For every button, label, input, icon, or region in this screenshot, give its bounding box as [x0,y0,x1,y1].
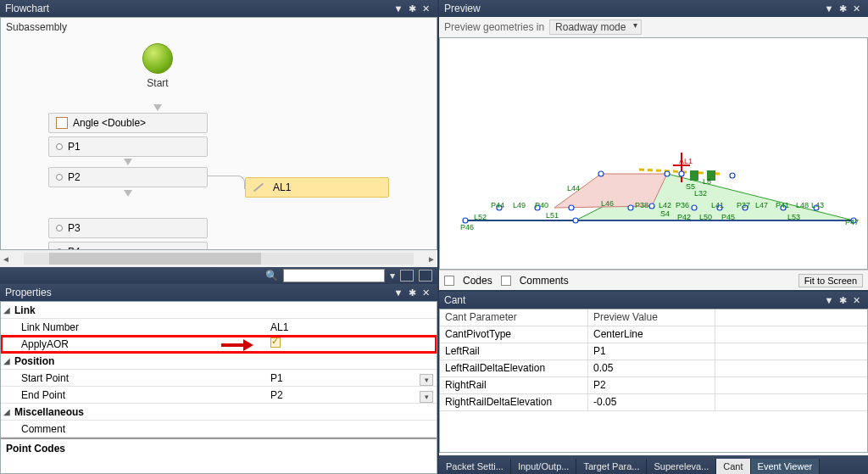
scroll-right-icon[interactable]: ► [426,254,437,264]
svg-text:P38: P38 [635,201,648,209]
cant-value[interactable]: -0.05 [588,394,715,410]
tab-packet-settings[interactable]: Packet Setti... [439,459,511,474]
codes-checkbox[interactable] [444,276,454,286]
cant-value[interactable]: P1 [588,343,715,360]
dropdown-icon[interactable]: ▼ [822,3,836,14]
flowchart-h-scrollbar[interactable]: ◄ ► [0,250,437,267]
close-icon[interactable]: ✕ [419,3,432,14]
cant-name: CantPivotType [440,326,588,343]
cant-value[interactable]: CenterLine [588,326,715,343]
start-circle-icon [142,43,173,74]
flowchart-canvas[interactable]: Subassembly Start Angle <Double> P1 P2 A… [0,17,437,250]
collapse-caret-icon[interactable]: ◢ [1,356,13,365]
svg-text:L46: L46 [601,199,614,208]
tab-superelevation[interactable]: Supereleva... [647,459,716,474]
row-end-point[interactable]: End Point P2▾ [1,387,437,404]
tab-cant[interactable]: Cant [716,459,750,474]
p4-node[interactable]: P4 [48,242,208,250]
cant-header: Cant ▼ ✱ ✕ [439,292,868,309]
dropdown-icon[interactable]: ▼ [392,287,405,298]
angle-node[interactable]: Angle <Double> [48,113,208,133]
preview-mode-select[interactable]: Roadway mode [549,20,642,35]
row-start-point[interactable]: Start Point P1▾ [1,370,437,387]
al1-node[interactable]: AL1 [245,177,389,198]
preview-canvas[interactable]: AL1 P46 L52 P44 L49 P40 L44 L51 L46 P38 … [439,37,868,270]
p3-node[interactable]: P3 [48,218,208,238]
table-row[interactable]: LeftRail P1 [440,343,867,360]
pin-icon[interactable]: ✱ [836,295,849,306]
port-icon [56,225,63,231]
row-comment[interactable]: Comment [1,421,437,438]
p1-node[interactable]: P1 [48,137,208,157]
tab-target-params[interactable]: Target Para... [576,459,647,474]
table-row[interactable]: LeftRailDeltaElevation 0.05 [440,360,867,377]
flowchart-search-input[interactable] [283,269,385,282]
cant-col1-header: Cant Parameter [440,309,588,326]
start-node[interactable]: Start [128,43,187,89]
port-icon [56,143,63,150]
close-icon[interactable]: ✕ [849,3,863,14]
end-point-value[interactable]: P2▾ [267,389,437,401]
dropdown-icon[interactable]: ▼ [392,3,405,14]
table-row[interactable]: RightRail P2 [440,377,867,394]
group-position[interactable]: ◢ Position [1,353,437,370]
group-misc-label: Miscellaneous [13,406,267,418]
svg-text:P42: P42 [677,213,691,221]
comments-checkbox[interactable] [501,276,511,286]
p2-node[interactable]: P2 [48,167,208,187]
group-misc[interactable]: ◢ Miscellaneous [1,404,437,421]
pin-icon[interactable]: ✱ [836,3,849,14]
chevron-down-icon[interactable]: ▾ [420,374,433,386]
svg-text:P47: P47 [845,218,859,226]
connector-line [208,176,245,189]
collapse-caret-icon[interactable]: ◢ [1,305,13,315]
tab-event-viewer[interactable]: Event Viewer [751,459,821,474]
cant-header-row: Cant Parameter Preview Value [440,309,867,326]
preview-title: Preview [444,3,822,14]
svg-text:P37: P37 [737,201,750,209]
svg-text:L42: L42 [659,201,671,209]
row-link-number[interactable]: Link Number AL1 [1,319,437,336]
close-icon[interactable]: ✕ [419,287,432,298]
flowchart-title: Flowchart [5,3,392,14]
link-number-value[interactable]: AL1 [267,321,437,333]
p1-label: P1 [68,141,81,153]
comment-label: Comment [13,423,267,435]
link-number-label: Link Number [13,321,267,333]
table-row[interactable]: RightRailDeltaElevation -0.05 [440,394,867,411]
fit-to-screen-button[interactable]: Fit to Screen [798,274,863,287]
tab-input-output[interactable]: Input/Outp... [511,459,577,474]
scroll-track[interactable] [24,253,414,265]
collapse-caret-icon[interactable]: ◢ [1,407,13,416]
cant-grid: Cant Parameter Preview Value CantPivotTy… [439,309,868,453]
search-icon[interactable]: 🔍 [264,270,278,282]
svg-point-12 [598,171,604,176]
svg-text:L41: L41 [711,201,724,209]
dropdown-icon[interactable]: ▾ [390,270,395,282]
row-apply-aor[interactable]: ApplyAOR [1,336,437,353]
pin-icon[interactable]: ✱ [405,287,419,298]
checkbox-checked-icon[interactable] [270,337,281,348]
scroll-left-icon[interactable]: ◄ [0,254,12,264]
properties-title: Properties [5,287,392,298]
group-link[interactable]: ◢ Link [1,302,437,319]
start-point-label: Start Point [13,372,267,384]
start-point-value[interactable]: P1▾ [267,372,437,384]
dropdown-icon[interactable]: ▼ [822,295,836,305]
apply-aor-value[interactable] [267,337,437,350]
svg-text:L32: L32 [694,189,707,198]
expand-icon[interactable] [400,270,414,282]
scroll-thumb[interactable] [49,253,261,265]
svg-point-13 [628,205,633,210]
table-row[interactable]: CantPivotType CenterLine [440,326,867,343]
cant-value[interactable]: P2 [588,377,715,393]
codes-label: Codes [463,275,492,287]
chevron-down-icon[interactable]: ▾ [420,391,433,403]
angle-node-label: Angle <Double> [73,117,146,129]
cant-value[interactable]: 0.05 [588,360,715,376]
svg-point-11 [573,218,578,223]
pin-icon[interactable]: ✱ [405,3,419,14]
close-icon[interactable]: ✕ [849,295,863,306]
properties-footer: Point Codes [1,438,437,458]
collapse-icon[interactable] [419,270,432,282]
